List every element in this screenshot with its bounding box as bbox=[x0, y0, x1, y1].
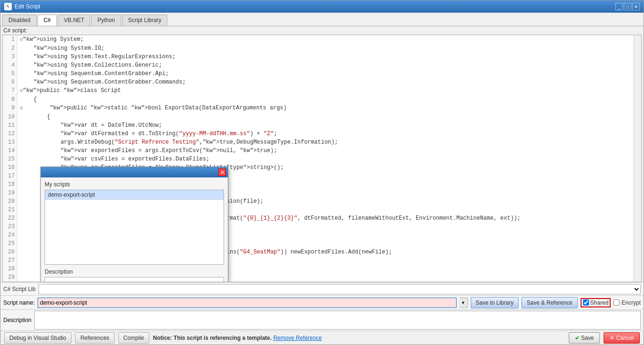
line-code: "kw">using Sequentum.ContentGrabber.Api; bbox=[17, 69, 641, 78]
line-number: 27 bbox=[3, 256, 17, 265]
line-number: 8 bbox=[3, 95, 17, 104]
code-line: 4 "kw">using System.Collections.Generic; bbox=[3, 61, 641, 69]
encrypt-checkbox-group: Encrypt bbox=[613, 299, 641, 306]
tab-disabled[interactable]: Disabled bbox=[2, 15, 37, 26]
window-title: Edit Script bbox=[15, 3, 40, 10]
line-number: 6 bbox=[3, 78, 17, 86]
save-reference-button[interactable]: Save & Reference bbox=[521, 297, 577, 308]
encrypt-checkbox[interactable] bbox=[613, 299, 620, 306]
close-button[interactable]: ✕ bbox=[632, 3, 640, 10]
line-number: 25 bbox=[3, 239, 17, 248]
code-line: 11 "kw">var dt = DateTime.UtcNow; bbox=[3, 121, 641, 130]
line-code: ⊟"kw">using System; bbox=[17, 35, 641, 44]
line-number: 1 bbox=[3, 35, 17, 44]
script-name-input[interactable] bbox=[38, 298, 456, 308]
popup-close-button[interactable]: ✕ bbox=[218, 169, 226, 176]
code-line: 7⊟"kw">public "kw">class Script bbox=[3, 86, 641, 95]
remove-reference-link[interactable]: Remove Reference bbox=[273, 335, 322, 341]
window-icon: ✎ bbox=[4, 3, 12, 10]
shared-checkbox[interactable] bbox=[583, 299, 589, 306]
editor-label-row: C# script: bbox=[0, 26, 644, 35]
save-label: Save bbox=[581, 335, 594, 341]
line-code: "kw">var dtFormatted = dt.ToString("yyyy… bbox=[17, 130, 641, 138]
line-code: ⊟ "kw">public "kw">static "kw">bool Expo… bbox=[17, 104, 641, 113]
tab-vbnet[interactable]: VB.NET bbox=[58, 15, 90, 26]
popup-divider bbox=[45, 265, 224, 268]
references-button[interactable]: References bbox=[75, 332, 114, 344]
debug-visual-studio-button[interactable]: Debug in Visual Studio bbox=[4, 332, 71, 344]
title-bar-left: ✎ Edit Script bbox=[4, 3, 40, 10]
code-line: 8 { bbox=[3, 95, 641, 104]
line-number: 5 bbox=[3, 69, 17, 78]
line-number: 7 bbox=[3, 86, 17, 95]
title-bar-buttons: _ □ ✕ bbox=[615, 3, 640, 10]
code-line: 6 "kw">using Sequentum.ContentGrabber.Co… bbox=[3, 78, 641, 86]
script-name-row: Script name: ▼ Save to Library Save & Re… bbox=[0, 295, 644, 309]
popup-body: My scripts demo-export-script Descriptio… bbox=[41, 177, 228, 282]
code-line: 9⊟ "kw">public "kw">static "kw">bool Exp… bbox=[3, 104, 641, 113]
description-label: Description bbox=[3, 317, 31, 323]
title-bar: ✎ Edit Script _ □ ✕ bbox=[0, 0, 644, 13]
cancel-icon: ✕ bbox=[610, 335, 614, 341]
fold-icon[interactable]: ⊟ bbox=[20, 106, 23, 111]
maximize-button[interactable]: □ bbox=[624, 3, 631, 10]
line-number: 11 bbox=[3, 121, 17, 130]
vertical-scrollbar[interactable] bbox=[634, 35, 641, 282]
script-lib-row: C# Script Lib bbox=[0, 282, 644, 295]
code-line: 14 "kw">var exportedFiles = args.ExportT… bbox=[3, 146, 641, 155]
popup-description-textarea[interactable] bbox=[45, 277, 224, 282]
line-number: 9 bbox=[3, 104, 17, 113]
script-list-item[interactable]: demo-export-script bbox=[45, 190, 224, 200]
tab-bar: Disabled C# VB.NET Python Script Library bbox=[0, 13, 644, 26]
code-line: 2 "kw">using System.IO; bbox=[3, 44, 641, 53]
line-code: "kw">var csvFiles = exportedFiles.DataFi… bbox=[17, 155, 641, 163]
line-number: 20 bbox=[3, 197, 17, 206]
line-number: 15 bbox=[3, 155, 17, 163]
line-code: "kw">using System.IO; bbox=[17, 44, 641, 53]
status-notice: Notice: This script is referencing a tem… bbox=[153, 335, 322, 341]
line-number: 2 bbox=[3, 44, 17, 53]
line-code: "kw">using Sequentum.ContentGrabber.Comm… bbox=[17, 78, 641, 86]
cancel-button[interactable]: ✕ Cancel bbox=[604, 332, 640, 344]
line-code: "kw">var dt = DateTime.UtcNow; bbox=[17, 121, 641, 130]
line-code: { bbox=[17, 113, 641, 121]
minimize-button[interactable]: _ bbox=[615, 3, 623, 10]
status-bar: Debug in Visual Studio References Compil… bbox=[0, 330, 644, 345]
line-number: 21 bbox=[3, 206, 17, 214]
script-library-popup: . ✕ My scripts demo-export-script Descri… bbox=[40, 167, 228, 282]
code-line: 13 args.WriteDebug("Script Refrence Test… bbox=[3, 138, 641, 146]
line-number: 13 bbox=[3, 138, 17, 146]
script-lib-dropdown[interactable] bbox=[39, 284, 641, 294]
code-line: 5 "kw">using Sequentum.ContentGrabber.Ap… bbox=[3, 69, 641, 78]
save-icon: ✔ bbox=[575, 335, 580, 341]
cancel-label: Cancel bbox=[616, 335, 634, 341]
tab-python[interactable]: Python bbox=[91, 15, 121, 26]
line-code: "kw">var exportedFiles = args.ExportToCs… bbox=[17, 146, 641, 155]
editor-label: C# script: bbox=[3, 27, 27, 34]
scripts-list[interactable]: demo-export-script bbox=[45, 190, 224, 265]
encrypt-label: Encrypt bbox=[621, 299, 641, 306]
code-line: 12 "kw">var dtFormatted = dt.ToString("y… bbox=[3, 130, 641, 138]
save-to-library-button[interactable]: Save to Library bbox=[471, 297, 519, 308]
code-line: 10 { bbox=[3, 113, 641, 121]
popup-desc-label: Description bbox=[45, 268, 224, 275]
line-code: ⊟"kw">public "kw">class Script bbox=[17, 86, 641, 95]
shared-label: Shared bbox=[590, 299, 609, 306]
line-number: 26 bbox=[3, 248, 17, 256]
line-code: "kw">using System.Collections.Generic; bbox=[17, 61, 641, 69]
script-lib-label: C# Script Lib bbox=[3, 286, 36, 292]
code-line: 15 "kw">var csvFiles = exportedFiles.Dat… bbox=[3, 155, 641, 163]
tab-csharp[interactable]: C# bbox=[38, 15, 57, 26]
compile-button[interactable]: Compile bbox=[118, 332, 149, 344]
notice-text: Notice: This script is referencing a tem… bbox=[153, 335, 272, 341]
script-name-dropdown-btn[interactable]: ▼ bbox=[459, 298, 468, 308]
line-number: 3 bbox=[3, 53, 17, 61]
line-number: 18 bbox=[3, 180, 17, 189]
line-number: 29 bbox=[3, 273, 17, 282]
description-textarea[interactable] bbox=[34, 311, 641, 330]
my-scripts-label: My scripts bbox=[45, 181, 224, 188]
save-button[interactable]: ✔ Save bbox=[569, 332, 600, 344]
tab-script-library[interactable]: Script Library bbox=[122, 15, 168, 26]
popup-titlebar: . ✕ bbox=[41, 167, 228, 177]
editor-area[interactable]: 1⊟"kw">using System;2 "kw">using System.… bbox=[2, 35, 642, 282]
